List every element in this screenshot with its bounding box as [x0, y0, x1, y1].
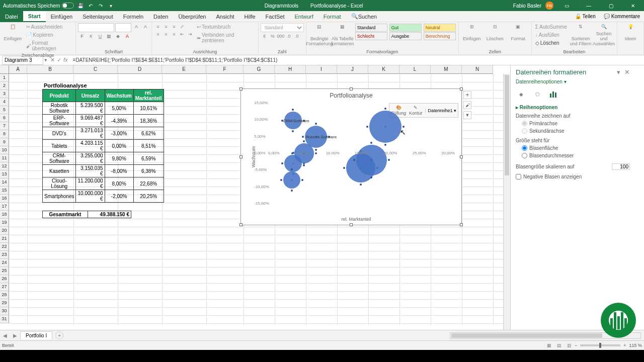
dec-indent-icon[interactable]: ⇤	[178, 31, 186, 38]
row-header[interactable]: 5	[0, 106, 9, 114]
bold-icon[interactable]: F	[78, 33, 86, 40]
wrap-text-button[interactable]: ↩ Textumbruch	[195, 23, 256, 31]
pane-effects-tab-icon[interactable]: ⬠	[532, 88, 543, 100]
sort-filter-button[interactable]: ⇅Sortieren und Filtern	[570, 23, 592, 46]
row-header[interactable]: 10	[0, 146, 9, 154]
underline-icon[interactable]: U	[96, 33, 104, 40]
row-header[interactable]: 20	[0, 227, 9, 235]
ideas-button[interactable]: 💡Ideen	[619, 23, 641, 46]
align-right-icon[interactable]: ≡	[170, 31, 178, 38]
chart-filter-button[interactable]: ▼	[463, 111, 471, 119]
tab-formulas[interactable]: Formeln	[118, 11, 148, 22]
row-header[interactable]: 14	[0, 178, 9, 187]
italic-icon[interactable]: K	[87, 33, 95, 40]
format-cells-button[interactable]: ▣Format	[507, 23, 529, 46]
format-as-table-button[interactable]: ▦Als Tabelle formatieren	[332, 23, 354, 46]
fx-icon[interactable]: fx	[63, 57, 68, 63]
number-format-select[interactable]: Standard	[261, 23, 304, 32]
pane-fill-tab-icon[interactable]: ◆	[516, 88, 527, 100]
row-header[interactable]: 11	[0, 154, 9, 162]
inc-indent-icon[interactable]: ⇥	[186, 31, 194, 38]
add-sheet-button[interactable]: +	[55, 331, 63, 339]
minimize-icon[interactable]: —	[580, 0, 598, 11]
col-header[interactable]: F	[206, 65, 244, 74]
row-header[interactable]: 3	[0, 90, 9, 98]
pane-options-icon[interactable]: ▾	[617, 68, 620, 76]
col-header[interactable]: L	[399, 65, 431, 74]
save-icon[interactable]: 💾	[77, 2, 84, 9]
style-neutral[interactable]: Neutral	[424, 24, 456, 32]
insert-cells-button[interactable]: ⊞Einfügen	[461, 23, 483, 46]
col-header[interactable]: B	[27, 65, 73, 74]
sheet-nav-prev-icon[interactable]: ◀	[0, 333, 10, 338]
delete-cells-button[interactable]: ⊟Löschen	[484, 23, 506, 46]
row-header[interactable]: 21	[0, 235, 9, 243]
col-header[interactable]: C	[73, 65, 118, 74]
comma-icon[interactable]: 000	[277, 33, 285, 40]
share-button[interactable]: 🔓 Teilen	[571, 14, 600, 19]
user-avatar[interactable]: FB	[545, 2, 553, 10]
pane-close-icon[interactable]: ✕	[624, 68, 630, 76]
negative-bubbles-checkbox[interactable]	[516, 174, 521, 179]
merge-center-button[interactable]: ⬌ Verbinden und zentrieren	[195, 31, 256, 44]
redo-icon[interactable]: ↷	[97, 2, 104, 9]
size-select[interactable]	[115, 23, 131, 32]
row-header[interactable]: 28	[0, 291, 9, 299]
formula-input[interactable]: =DATENREIHE(;'Portfolio I'!$E$4:$E$11;'P…	[71, 57, 644, 63]
row-header[interactable]: 4	[0, 98, 9, 106]
border-icon[interactable]: ▦	[105, 33, 113, 40]
row-header[interactable]: 24	[0, 259, 9, 267]
chart-styles-button[interactable]: 🖌	[463, 101, 471, 109]
sheet-tab[interactable]: Portfolio I	[20, 331, 52, 339]
dec-dec-icon[interactable]: .0	[293, 33, 301, 40]
style-good[interactable]: Gut	[389, 24, 422, 32]
row-header[interactable]: 6	[0, 114, 9, 122]
col-header[interactable]: H	[275, 65, 306, 74]
align-center-icon[interactable]: ≡	[162, 31, 170, 38]
row-header[interactable]: 22	[0, 243, 9, 251]
tell-me-search[interactable]: 🔍 Suchen	[346, 11, 382, 22]
fill-color-icon[interactable]: ◆	[114, 33, 122, 40]
conditional-format-button[interactable]: ▤Bedingte Formatierung	[308, 23, 331, 46]
tab-format[interactable]: Format	[318, 11, 346, 22]
align-bot-icon[interactable]: ≡	[170, 23, 178, 30]
percent-icon[interactable]: %	[269, 33, 277, 40]
style-output[interactable]: Ausgabe	[389, 32, 422, 40]
col-header[interactable]: D	[118, 65, 162, 74]
shrink-font-icon[interactable]: A	[141, 23, 149, 30]
close-icon[interactable]: ✕	[624, 0, 642, 11]
find-select-button[interactable]: 🔍Suchen und Auswählen	[593, 23, 615, 46]
zoom-slider[interactable]	[580, 344, 620, 346]
grow-font-icon[interactable]: A	[132, 23, 140, 30]
tab-file[interactable]: Datei	[0, 11, 23, 22]
undo-icon[interactable]: ↶	[87, 2, 94, 9]
row-header[interactable]: 9	[0, 138, 9, 146]
row-header[interactable]: 16	[0, 195, 9, 203]
chart-plot-area[interactable]: Wachstum rel. Marktanteil Robotik Softwa…	[255, 103, 457, 211]
col-header[interactable]: K	[368, 65, 399, 74]
chart-object[interactable]: + 🖌 ▼ Portfolioanalyse 🎨Füllung ✎Kontur …	[240, 88, 462, 225]
fx-confirm-icon[interactable]: ✓	[57, 57, 61, 63]
name-box[interactable]: Diagramm 3	[2, 56, 43, 65]
tab-factset[interactable]: FactSet	[261, 11, 290, 22]
secondary-axis-radio[interactable]	[522, 128, 527, 134]
vertical-scrollbar[interactable]	[503, 74, 510, 330]
row-header[interactable]: 12	[0, 162, 9, 170]
inc-dec-icon[interactable]: .0	[285, 33, 293, 40]
tab-review[interactable]: Überprüfen	[173, 11, 211, 22]
qat-customize-icon[interactable]: ▾	[107, 2, 114, 9]
row-header[interactable]: 8	[0, 130, 9, 138]
row-header[interactable]: 18	[0, 211, 9, 219]
font-color-icon[interactable]: A	[123, 33, 131, 40]
row-header[interactable]: 27	[0, 283, 9, 291]
comments-button[interactable]: 💬 Kommentare	[600, 14, 644, 19]
col-header[interactable]: E	[162, 65, 206, 74]
tab-pagelayout[interactable]: Seitenlayout	[77, 11, 118, 22]
col-header[interactable]: N	[462, 65, 493, 74]
sheet-nav-next-icon[interactable]: ▶	[10, 333, 20, 338]
bubble-diameter-radio[interactable]	[522, 153, 527, 158]
format-painter-button[interactable]: 🖌 Format übertragen	[25, 39, 73, 52]
row-header[interactable]: 30	[0, 307, 9, 315]
tab-help[interactable]: Hilfe	[239, 11, 261, 22]
accounting-icon[interactable]: €	[261, 33, 269, 40]
